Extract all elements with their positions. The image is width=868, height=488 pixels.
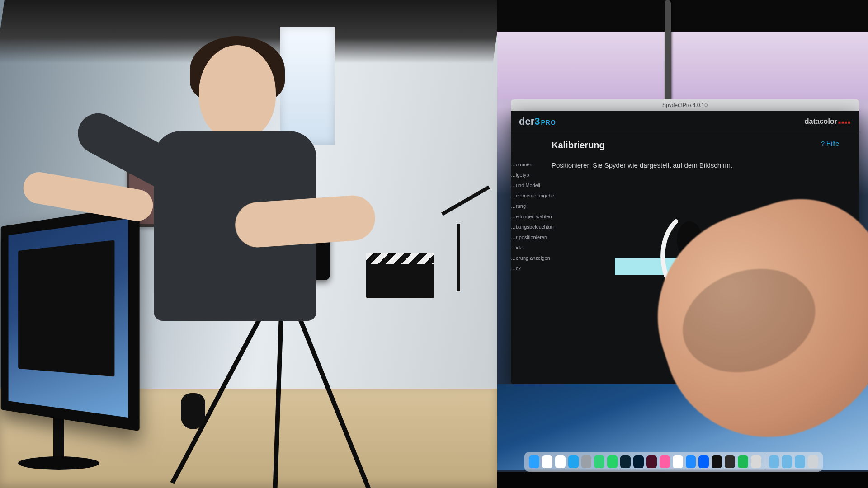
appstore-icon[interactable] xyxy=(686,455,696,468)
wizard-step[interactable]: …ommen xyxy=(511,162,554,167)
spotify-icon[interactable] xyxy=(738,455,748,468)
person xyxy=(127,45,326,398)
wizard-step[interactable]: …ck xyxy=(511,266,554,271)
wizard-step[interactable]: …erung anzeigen xyxy=(511,255,554,261)
brand-number: 3 xyxy=(534,116,540,127)
calendar-icon[interactable] xyxy=(542,455,552,468)
film-clapperboard xyxy=(366,253,434,298)
company-accent: ■■■■ xyxy=(838,120,851,125)
folder-2-icon[interactable] xyxy=(782,455,792,468)
panel-title: Kalibrierung xyxy=(552,140,845,150)
capture-icon[interactable] xyxy=(725,455,735,468)
safari-icon[interactable] xyxy=(568,455,579,468)
folder-3-icon[interactable] xyxy=(795,455,805,468)
product-brand: der3PRO xyxy=(519,116,556,127)
lightroom-icon[interactable] xyxy=(620,455,631,468)
folder-1-icon[interactable] xyxy=(769,455,779,468)
trash-icon[interactable] xyxy=(808,455,818,468)
finder-icon[interactable] xyxy=(529,455,539,468)
company-name: datacolor xyxy=(805,117,837,125)
left-scene-photo xyxy=(0,0,497,488)
reminders-icon[interactable] xyxy=(555,455,566,468)
wizard-step[interactable]: …rung xyxy=(511,203,554,209)
skype-icon[interactable] xyxy=(751,455,761,468)
wizard-step[interactable]: …ick xyxy=(511,245,554,250)
wizard-step[interactable]: …elemente angeben xyxy=(511,193,554,198)
wizard-step[interactable]: …igetyp xyxy=(511,172,554,178)
whatsapp-icon[interactable] xyxy=(607,455,618,468)
panel-instruction: Positionieren Sie Spyder wie dargestellt… xyxy=(552,161,845,169)
computer-mouse xyxy=(181,393,205,429)
brand-suffix: PRO xyxy=(541,119,556,126)
app-window-titlebar[interactable]: Spyder3Pro 4.0.10 xyxy=(511,99,859,111)
desk-lamp xyxy=(439,199,497,298)
desktop-background-top xyxy=(497,32,868,99)
wizard-step[interactable]: …r positionieren xyxy=(511,235,554,240)
left-monitor-screen xyxy=(9,219,128,418)
messages-icon[interactable] xyxy=(594,455,604,468)
spyder-usb-cable xyxy=(665,0,671,113)
monitor-top-bezel xyxy=(497,0,868,32)
macos-dock[interactable] xyxy=(524,452,823,472)
photos-icon[interactable] xyxy=(673,455,683,468)
terminal-icon[interactable] xyxy=(712,455,722,468)
left-monitor-calibration-app xyxy=(18,240,114,376)
wizard-step[interactable]: …ellungen wählen xyxy=(511,214,554,219)
dropbox-icon[interactable] xyxy=(698,455,709,468)
monitor-bottom-bezel xyxy=(497,472,868,488)
settings-icon[interactable] xyxy=(581,455,592,468)
indesign-icon[interactable] xyxy=(646,455,657,468)
itunes-icon[interactable] xyxy=(660,455,670,468)
right-scene-monitor-closeup: Spyder3Pro 4.0.10 der3PRO datacolor■■■■ … xyxy=(497,0,868,488)
app-header: der3PRO datacolor■■■■ xyxy=(511,111,859,132)
window-title-text: Spyder3Pro 4.0.10 xyxy=(662,102,708,108)
wizard-step[interactable]: …und Modell xyxy=(511,183,554,188)
photoshop-icon[interactable] xyxy=(633,455,644,468)
wizard-step-list: …ommen…igetyp…und Modell…elemente angebe… xyxy=(511,162,554,271)
left-monitor xyxy=(1,205,140,432)
dock-separator xyxy=(765,455,765,469)
brand-prefix: der xyxy=(519,116,534,127)
company-brand: datacolor■■■■ xyxy=(805,117,851,126)
wizard-step[interactable]: …bungsbeleuchtung xyxy=(511,224,554,230)
